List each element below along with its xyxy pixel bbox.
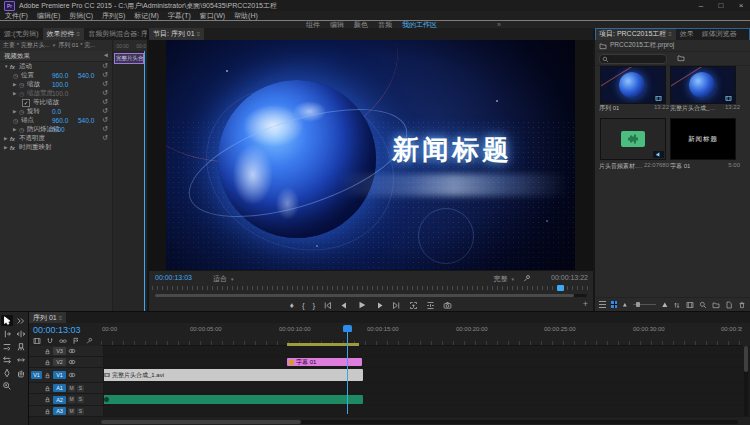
value[interactable]: 0.00 xyxy=(52,126,65,133)
project-item-video-thumb[interactable] xyxy=(670,66,736,104)
track-v3[interactable]: V3 xyxy=(29,346,750,357)
track-a1-content[interactable] xyxy=(101,383,750,393)
settings-wrench-icon[interactable] xyxy=(522,274,531,283)
effect-row-motion[interactable]: ▼ fx 运动 ↺ xyxy=(0,62,112,71)
track-name-targeted[interactable]: A2 xyxy=(53,396,66,404)
scrollbar-handle[interactable] xyxy=(744,346,748,372)
tool-ripple-edit[interactable] xyxy=(1,328,13,339)
play-button[interactable] xyxy=(357,300,367,310)
reset-icon[interactable]: ↺ xyxy=(102,89,108,97)
track-v2-content[interactable]: 字幕 01 xyxy=(101,357,750,367)
nest-sequence-icon[interactable] xyxy=(33,337,41,345)
close-button[interactable]: × xyxy=(736,1,746,10)
add-marker-icon[interactable] xyxy=(72,337,80,345)
step-back-button[interactable] xyxy=(340,301,349,310)
mark-out-button[interactable]: } xyxy=(313,301,316,310)
effect-mini-ruler[interactable]: :00:00 00:0 xyxy=(112,40,147,51)
timeline-ruler[interactable]: 00:00 00:00:05:00 00:00:10:00 00:00:15:0… xyxy=(101,323,742,335)
slider-handle[interactable] xyxy=(636,302,640,307)
effect-row-scale[interactable]: ▶ ◷ 缩放 100.0 ↺ xyxy=(0,80,112,89)
lock-icon[interactable] xyxy=(44,385,51,392)
sort-icon[interactable] xyxy=(673,301,681,309)
source-patch-empty[interactable] xyxy=(31,384,42,392)
reset-icon[interactable]: ↺ xyxy=(102,80,108,88)
lock-icon[interactable] xyxy=(44,408,51,415)
value-x[interactable]: 960.0 xyxy=(52,117,68,124)
tab-effects[interactable]: 效果 xyxy=(676,28,698,40)
go-to-out-button[interactable] xyxy=(392,301,401,310)
playhead-handle[interactable] xyxy=(343,325,352,332)
toggle-output-eye-icon[interactable] xyxy=(68,358,76,366)
track-name-targeted[interactable]: A3 xyxy=(53,407,66,415)
delete-icon[interactable] xyxy=(738,301,746,309)
scrollbar-handle[interactable] xyxy=(101,420,301,424)
tool-razor[interactable] xyxy=(15,341,27,352)
menu-title[interactable]: 字幕(T) xyxy=(168,11,191,21)
value[interactable]: 100.0 xyxy=(52,81,68,88)
mute-button[interactable]: M xyxy=(68,396,75,403)
program-video-frame[interactable]: 新闻标题 xyxy=(166,40,575,270)
item-name[interactable]: 完整片头合成_1.avi xyxy=(670,104,716,113)
menu-window[interactable]: 窗口(W) xyxy=(200,11,225,21)
value[interactable]: 0.0 xyxy=(52,108,61,115)
export-frame-button[interactable] xyxy=(443,301,452,310)
extract-button[interactable] xyxy=(426,301,435,310)
track-v1[interactable]: 完整片头合成_1.avi V1 V1 xyxy=(29,368,750,383)
lock-icon[interactable] xyxy=(44,348,51,355)
reset-icon[interactable]: ↺ xyxy=(102,125,108,133)
tab-media-browser[interactable]: 媒体浏览器 xyxy=(698,28,741,40)
project-item-label-row[interactable]: 字幕 01 5:00 xyxy=(670,162,740,171)
linked-selection-icon[interactable] xyxy=(59,337,67,345)
target-clip-label[interactable]: 主要 * 完整片头... xyxy=(3,41,50,50)
track-v1-header[interactable]: V1 V1 xyxy=(29,368,104,382)
source-patch-v1[interactable]: V1 xyxy=(31,371,42,379)
project-item-audio-thumb[interactable] xyxy=(600,118,666,160)
effect-row-position[interactable]: ◷ 位置 960.0 540.0 ↺ xyxy=(0,71,112,80)
timeline-settings-wrench-icon[interactable] xyxy=(85,337,93,345)
solo-button[interactable]: S xyxy=(77,396,84,403)
effect-row-rotation[interactable]: ▶ ◷ 旋转 0.0 ↺ xyxy=(0,107,112,116)
chevron-down-icon[interactable]: ▼ xyxy=(52,43,56,48)
panel-menu-icon[interactable]: ≡ xyxy=(59,315,63,321)
reset-icon[interactable]: ↺ xyxy=(102,107,108,115)
value-y[interactable]: 540.0 xyxy=(78,72,94,79)
tab-source-monitor[interactable]: 源:(无剪辑) xyxy=(0,28,43,40)
lock-icon[interactable] xyxy=(44,396,51,403)
source-patch-empty[interactable] xyxy=(31,396,42,404)
timeline-horizontal-scrollbar[interactable] xyxy=(101,420,738,424)
button-editor-plus[interactable]: + xyxy=(583,299,588,309)
menu-marker[interactable]: 标记(M) xyxy=(134,11,159,21)
mini-timeline-playhead[interactable] xyxy=(144,51,145,311)
program-scrubber[interactable] xyxy=(152,284,590,293)
project-bin-breadcrumb[interactable]: PRCC2015工程.prproj xyxy=(595,40,750,52)
icon-view-button[interactable] xyxy=(611,301,618,308)
track-a2-content[interactable] xyxy=(101,394,750,405)
project-item-title-thumb[interactable]: 新闻标题 xyxy=(670,118,736,160)
new-bin-icon[interactable] xyxy=(712,301,720,309)
playback-resolution-select[interactable]: 完整 ▼ xyxy=(494,274,515,284)
tool-slip[interactable] xyxy=(1,354,13,365)
project-item-label-row[interactable]: 序列 01 13:22 xyxy=(599,104,669,113)
find-icon[interactable] xyxy=(699,301,707,309)
track-v2[interactable]: 字幕 01 V2 xyxy=(29,357,750,368)
tool-pen[interactable] xyxy=(1,367,13,378)
tool-selection[interactable] xyxy=(1,315,13,326)
track-a3[interactable]: A3 M S xyxy=(29,406,750,417)
thumbnail-zoom-slider[interactable] xyxy=(633,304,656,305)
monitor-zoom-scrollbar[interactable] xyxy=(155,294,587,297)
mute-button[interactable]: M xyxy=(68,408,75,415)
track-name[interactable]: V3 xyxy=(53,347,66,355)
snap-magnet-icon[interactable] xyxy=(46,337,54,345)
tab-effect-controls[interactable]: 效果控件 ≡ xyxy=(43,28,85,40)
reset-icon[interactable]: ↺ xyxy=(102,71,108,79)
reset-icon[interactable]: ↺ xyxy=(102,98,108,106)
stopwatch-icon[interactable]: ◷ xyxy=(13,117,21,124)
tool-rate-stretch[interactable] xyxy=(1,341,13,352)
menu-edit[interactable]: 编辑(E) xyxy=(37,11,60,21)
track-a3-content[interactable] xyxy=(101,406,750,416)
timeline-vertical-scrollbar[interactable] xyxy=(744,346,748,416)
item-name[interactable]: 片头音频素材.wav xyxy=(599,162,644,171)
project-item-sequence-thumb[interactable] xyxy=(600,66,666,104)
maximize-button[interactable]: □ xyxy=(716,1,726,10)
tab-project[interactable]: 项目: PRCC2015工程 ≡ xyxy=(595,28,676,40)
